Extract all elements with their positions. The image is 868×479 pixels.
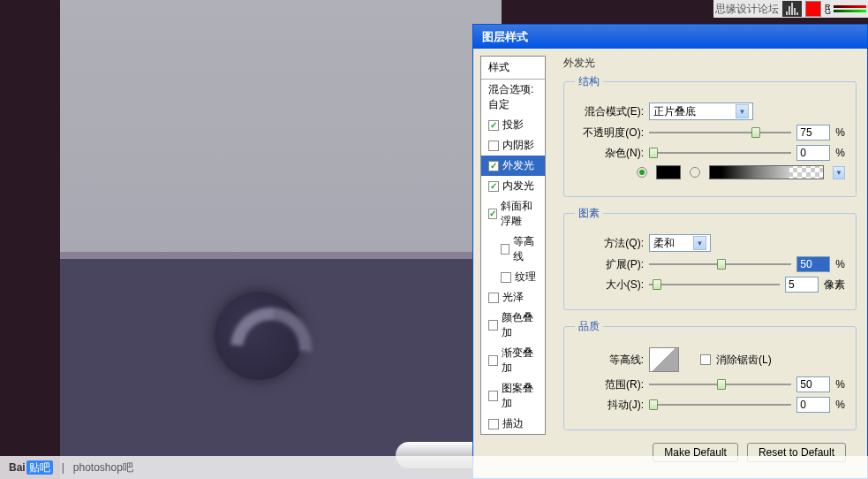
sidebar-item-0[interactable]: 投影 <box>481 115 545 135</box>
size-input[interactable]: 5 <box>785 277 819 293</box>
rgb-sliders: R G <box>825 4 866 14</box>
noise-slider[interactable] <box>649 145 791 161</box>
range-input[interactable]: 50 <box>796 376 830 392</box>
sidebar-item-11[interactable]: 描边 <box>481 414 545 434</box>
style-checkbox[interactable] <box>488 355 498 366</box>
style-checkbox[interactable] <box>488 209 497 219</box>
sidebar-item-label: 图案叠加 <box>502 381 538 411</box>
sidebar-item-2[interactable]: 外发光 <box>481 156 545 176</box>
sidebar-item-6[interactable]: 纹理 <box>481 267 545 287</box>
chevron-down-icon: ▼ <box>693 236 706 250</box>
quality-group: 品质 等高线: 消除锯齿(L) 范围(R): 50 % 抖动(J): <box>563 319 857 430</box>
color-swatch[interactable] <box>805 1 821 17</box>
antialias-checkbox[interactable] <box>700 354 711 365</box>
gradient-radio[interactable] <box>690 167 700 178</box>
sidebar-item-3[interactable]: 内发光 <box>481 176 545 196</box>
jitter-slider[interactable] <box>649 397 791 413</box>
style-checkbox[interactable] <box>488 181 499 192</box>
sidebar-item-1[interactable]: 内阴影 <box>481 135 545 156</box>
range-label: 范围(R): <box>575 377 644 392</box>
antialias-label: 消除锯齿(L) <box>716 353 772 368</box>
blend-mode-select[interactable]: 正片叠底▼ <box>649 103 753 120</box>
style-checkbox[interactable] <box>488 391 498 401</box>
style-checkbox[interactable] <box>488 419 499 430</box>
jitter-label: 抖动(J): <box>575 398 644 413</box>
sidebar-item-8[interactable]: 颜色叠加 <box>481 308 545 343</box>
histogram-icon <box>782 1 802 17</box>
settings-panel: 外发光 结构 混合模式(E): 正片叠底▼ 不透明度(O): 75 % 杂色(N… <box>553 49 867 478</box>
opacity-label: 不透明度(O): <box>575 125 644 141</box>
bar-name[interactable]: photoshop吧 <box>73 460 133 475</box>
sidebar-item-label: 投影 <box>502 118 524 133</box>
jitter-input[interactable]: 0 <box>796 397 830 413</box>
color-radio[interactable] <box>637 167 647 178</box>
glow-color-swatch[interactable] <box>656 165 681 179</box>
style-checkbox[interactable] <box>488 161 499 171</box>
chevron-down-icon: ▼ <box>736 104 749 118</box>
style-checkbox[interactable] <box>488 141 499 151</box>
contour-label: 等高线: <box>575 353 644 368</box>
layer-style-dialog: 图层样式 样式 混合选项:自定 投影内阴影外发光内发光斜面和浮雕等高线纹理光泽颜… <box>472 24 868 479</box>
sidebar-item-label: 内发光 <box>502 179 534 194</box>
chevron-down-icon[interactable]: ▼ <box>833 166 845 179</box>
knob-shape <box>215 292 303 380</box>
canvas-divider <box>60 252 502 259</box>
blend-mode-label: 混合模式(E): <box>575 104 644 119</box>
spread-input[interactable]: 50 <box>796 256 830 272</box>
range-slider[interactable] <box>649 376 791 392</box>
quality-legend: 品质 <box>575 319 603 334</box>
sidebar-blend-options[interactable]: 混合选项:自定 <box>481 80 545 115</box>
sidebar-item-label: 内阴影 <box>502 138 534 153</box>
panel-title: 外发光 <box>563 56 857 71</box>
canvas-upper <box>60 0 502 256</box>
sidebar-header[interactable]: 样式 <box>481 57 545 80</box>
elements-group: 图素 方法(Q): 柔和▼ 扩展(P): 50 % 大小(S): 5 像素 <box>563 206 857 310</box>
forum-text: 思缘设计论坛 <box>715 2 779 17</box>
sidebar-item-5[interactable]: 等高线 <box>481 232 545 267</box>
size-slider[interactable] <box>649 277 780 293</box>
footer-bar: Bai贴吧 | photoshop吧 <box>0 456 868 479</box>
glow-gradient[interactable] <box>709 165 824 179</box>
top-info-bar: 思缘设计论坛 R G <box>713 0 868 18</box>
noise-input[interactable]: 0 <box>796 145 830 161</box>
size-label: 大小(S): <box>575 278 644 293</box>
sidebar-item-9[interactable]: 渐变叠加 <box>481 343 545 378</box>
sidebar-item-7[interactable]: 光泽 <box>481 287 545 308</box>
sidebar-item-label: 等高线 <box>513 234 538 264</box>
g-label: G <box>825 7 832 16</box>
sidebar-item-label: 光泽 <box>502 290 524 305</box>
sidebar-item-label: 描边 <box>502 416 524 431</box>
sidebar-item-label: 斜面和浮雕 <box>501 199 538 229</box>
spread-slider[interactable] <box>649 256 791 272</box>
contour-picker[interactable] <box>649 347 679 372</box>
noise-label: 杂色(N): <box>575 146 644 161</box>
spread-label: 扩展(P): <box>575 257 644 272</box>
sidebar-item-label: 渐变叠加 <box>502 346 538 376</box>
sidebar-item-10[interactable]: 图案叠加 <box>481 378 545 414</box>
structure-legend: 结构 <box>575 74 603 89</box>
r-slider[interactable] <box>834 5 866 8</box>
elements-legend: 图素 <box>575 206 603 221</box>
canvas-preview <box>60 0 502 479</box>
opacity-input[interactable]: 75 <box>796 125 830 141</box>
sidebar-item-4[interactable]: 斜面和浮雕 <box>481 196 545 232</box>
sidebar-item-label: 纹理 <box>515 270 536 285</box>
opacity-slider[interactable] <box>649 125 791 141</box>
brand-logo: Bai贴吧 <box>9 460 53 475</box>
style-checkbox[interactable] <box>501 272 511 283</box>
g-slider[interactable] <box>834 10 866 12</box>
sidebar-item-label: 外发光 <box>502 158 534 173</box>
style-checkbox[interactable] <box>501 244 509 255</box>
styles-sidebar: 样式 混合选项:自定 投影内阴影外发光内发光斜面和浮雕等高线纹理光泽颜色叠加渐变… <box>473 49 553 478</box>
style-checkbox[interactable] <box>488 120 499 131</box>
method-label: 方法(Q): <box>575 236 644 251</box>
structure-group: 结构 混合模式(E): 正片叠底▼ 不透明度(O): 75 % 杂色(N): 0… <box>563 74 857 197</box>
method-select[interactable]: 柔和▼ <box>649 234 711 252</box>
style-checkbox[interactable] <box>488 293 499 303</box>
style-checkbox[interactable] <box>488 320 498 331</box>
dialog-titlebar[interactable]: 图层样式 <box>473 25 867 49</box>
sidebar-item-label: 颜色叠加 <box>502 310 538 340</box>
